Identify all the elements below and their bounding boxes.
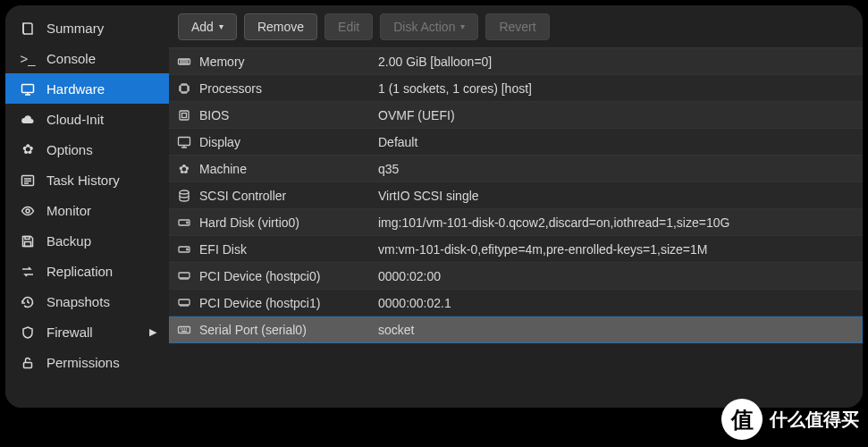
sidebar-label: Options (46, 142, 93, 157)
row-value: img:101/vm-101-disk-0.qcow2,discard=on,i… (378, 215, 863, 230)
svg-rect-18 (179, 327, 190, 333)
svg-rect-5 (24, 363, 32, 368)
row-value: q35 (378, 162, 863, 176)
sidebar-item-firewall[interactable]: Firewall ▶ (5, 316, 169, 347)
terminal-icon: >_ (18, 51, 38, 66)
keyboard-icon (169, 322, 199, 337)
sidebar-item-cloudinit[interactable]: Cloud-Init (5, 104, 169, 134)
sidebar-label: Cloud-Init (46, 112, 104, 127)
watermark: 值 什么值得买 (721, 399, 859, 440)
sidebar-item-replication[interactable]: Replication (5, 256, 169, 286)
sidebar-item-summary[interactable]: Summary (5, 13, 169, 43)
button-label: Revert (499, 20, 535, 34)
monitor-icon (169, 134, 199, 149)
button-label: Edit (338, 20, 359, 34)
button-label: Disk Action (393, 20, 455, 34)
hardware-row-serial[interactable]: Serial Port (serial0) socket (169, 316, 863, 343)
hardware-row-bios[interactable]: BIOS OVMF (UEFI) (169, 102, 863, 129)
row-label: SCSI Controller (199, 189, 378, 203)
button-label: Remove (257, 20, 304, 34)
watermark-badge: 值 (721, 399, 763, 440)
list-icon (18, 172, 38, 188)
eye-icon (18, 202, 38, 218)
book-icon (18, 20, 38, 36)
history-icon (18, 293, 38, 309)
row-label: Machine (199, 162, 378, 176)
sidebar-label: Hardware (46, 81, 105, 97)
svg-point-2 (26, 209, 29, 213)
svg-rect-16 (179, 273, 190, 278)
svg-rect-4 (25, 242, 31, 247)
hardware-row-pci1[interactable]: PCI Device (hostpci1) 0000:00:02.1 (169, 290, 863, 316)
sidebar: Summary >_ Console Hardware Cloud-Init ✿… (5, 5, 169, 408)
hardware-row-processors[interactable]: Processors 1 (1 sockets, 1 cores) [host] (169, 75, 863, 102)
row-label: PCI Device (hostpci0) (199, 269, 378, 283)
sidebar-item-monitor[interactable]: Monitor (5, 195, 169, 225)
sidebar-item-backup[interactable]: Backup (5, 225, 169, 256)
row-label: Hard Disk (virtio0) (199, 215, 378, 230)
sidebar-item-console[interactable]: >_ Console (5, 43, 169, 73)
replicate-icon (18, 263, 38, 279)
gear-icon: ✿ (169, 162, 199, 176)
database-icon (169, 188, 199, 203)
svg-rect-17 (179, 299, 190, 305)
row-value: OVMF (UEFI) (378, 108, 863, 122)
svg-rect-0 (22, 85, 34, 93)
save-icon (18, 232, 38, 249)
main-panel: Add ▾ Remove Edit Disk Action ▾ Revert M… (169, 5, 863, 408)
row-value: VirtIO SCSI single (378, 189, 863, 203)
hardware-row-pci0[interactable]: PCI Device (hostpci0) 0000:02:00 (169, 263, 863, 290)
pci-icon (169, 295, 199, 310)
app-window: Summary >_ Console Hardware Cloud-Init ✿… (5, 5, 863, 408)
hardware-table: Memory 2.00 GiB [balloon=0] Processors 1… (169, 48, 863, 408)
row-value: socket (378, 323, 863, 337)
sidebar-label: Snapshots (46, 294, 110, 309)
sidebar-label: Firewall (46, 325, 93, 340)
chevron-down-icon: ▾ (460, 21, 465, 31)
shield-icon (18, 324, 38, 340)
memory-icon (169, 54, 199, 69)
svg-point-15 (187, 249, 189, 250)
svg-rect-3 (25, 237, 29, 240)
pci-icon (169, 268, 199, 283)
hardware-row-display[interactable]: Display Default (169, 129, 863, 156)
sidebar-item-taskhistory[interactable]: Task History (5, 164, 169, 195)
revert-button[interactable]: Revert (485, 13, 549, 40)
sidebar-label: Replication (46, 264, 113, 279)
sidebar-label: Backup (46, 233, 91, 249)
remove-button[interactable]: Remove (244, 13, 317, 40)
cpu-icon (169, 80, 199, 96)
hardware-row-harddisk[interactable]: Hard Disk (virtio0) img:101/vm-101-disk-… (169, 209, 863, 236)
row-value: 0000:02:00 (378, 269, 863, 283)
button-label: Add (191, 20, 214, 34)
row-label: Display (199, 135, 378, 149)
unlock-icon (18, 354, 38, 370)
sidebar-label: Summary (46, 21, 104, 36)
hardware-row-efidisk[interactable]: EFI Disk vm:vm-101-disk-0,efitype=4m,pre… (169, 236, 863, 263)
sidebar-item-permissions[interactable]: Permissions (5, 347, 169, 377)
sidebar-item-hardware[interactable]: Hardware (5, 73, 169, 104)
hardware-row-machine[interactable]: ✿ Machine q35 (169, 156, 863, 182)
row-value: 0000:00:02.1 (378, 296, 863, 310)
row-label: PCI Device (hostpci1) (199, 296, 378, 310)
chevron-down-icon: ▾ (219, 21, 223, 31)
chevron-right-icon: ▶ (149, 326, 156, 338)
cloud-icon (18, 111, 38, 127)
row-value: 1 (1 sockets, 1 cores) [host] (378, 81, 863, 96)
sidebar-label: Permissions (46, 355, 120, 370)
svg-rect-10 (179, 138, 190, 146)
row-value: 2.00 GiB [balloon=0] (378, 55, 863, 69)
row-label: BIOS (199, 108, 378, 122)
hardware-row-memory[interactable]: Memory 2.00 GiB [balloon=0] (169, 48, 863, 75)
sidebar-item-options[interactable]: ✿ Options (5, 134, 169, 164)
row-label: Memory (199, 55, 378, 69)
row-label: Processors (199, 81, 378, 96)
add-button[interactable]: Add ▾ (178, 13, 237, 40)
disk-action-button[interactable]: Disk Action ▾ (380, 13, 478, 40)
svg-point-11 (180, 190, 189, 194)
toolbar: Add ▾ Remove Edit Disk Action ▾ Revert (169, 5, 863, 48)
edit-button[interactable]: Edit (324, 13, 373, 40)
hardware-row-scsi[interactable]: SCSI Controller VirtIO SCSI single (169, 182, 863, 209)
svg-rect-8 (180, 111, 189, 120)
sidebar-item-snapshots[interactable]: Snapshots (5, 286, 169, 316)
